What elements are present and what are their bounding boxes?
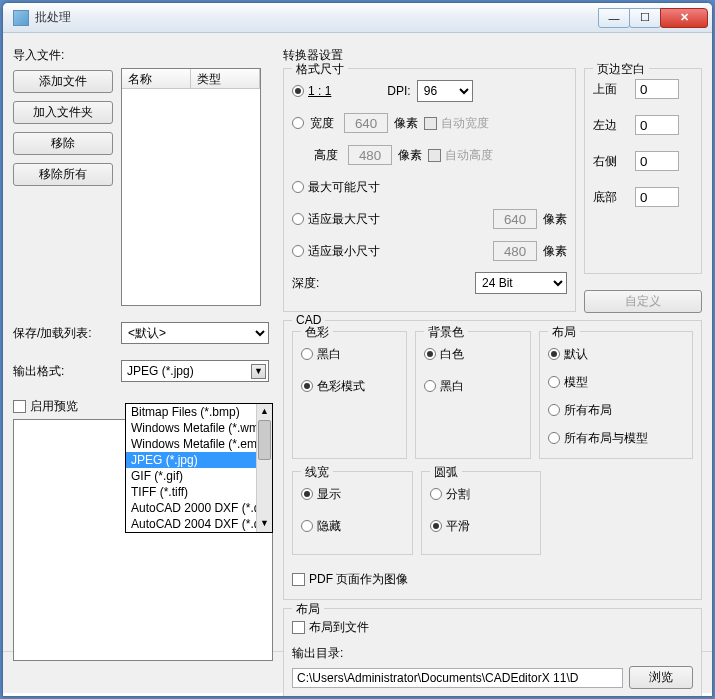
save-list-select[interactable]: <默认> — [121, 322, 269, 344]
format-option[interactable]: TIFF (*.tiff) — [126, 484, 272, 500]
ratio-1-1-radio[interactable]: 1 : 1 — [292, 84, 331, 98]
close-button[interactable]: ✕ — [660, 8, 708, 28]
fit-min-input[interactable] — [493, 241, 537, 261]
layout-all-radio[interactable]: 所有布局 — [548, 402, 612, 419]
output-format-dropdown[interactable]: Bitmap Files (*.bmp)Windows Metafile (*.… — [125, 403, 273, 533]
margin-bottom-input[interactable] — [635, 187, 679, 207]
dpi-label: DPI: — [387, 84, 410, 98]
lw-show-radio[interactable]: 显示 — [301, 486, 341, 503]
fit-max-input[interactable] — [493, 209, 537, 229]
col-type[interactable]: 类型 — [191, 69, 260, 88]
bg-white-radio[interactable]: 白色 — [424, 346, 464, 363]
format-size-title: 格式尺寸 — [292, 61, 348, 78]
layout-all-model-radio[interactable]: 所有布局与模型 — [548, 430, 648, 447]
output-format-combo[interactable]: JPEG (*.jpg) ▼ — [121, 360, 269, 382]
format-option[interactable]: GIF (*.gif) — [126, 468, 272, 484]
arc-smooth-radio[interactable]: 平滑 — [430, 518, 470, 535]
add-folder-button[interactable]: 加入文件夹 — [13, 101, 113, 124]
color-mode-radio[interactable]: 色彩模式 — [301, 378, 365, 395]
file-list[interactable]: 名称 类型 — [121, 68, 261, 306]
import-label: 导入文件: — [13, 47, 273, 64]
minimize-button[interactable]: — — [598, 8, 630, 28]
format-option[interactable]: Windows Metafile (*.wmf) — [126, 420, 272, 436]
format-option[interactable]: Windows Metafile (*.emf) — [126, 436, 272, 452]
auto-width-checkbox: 自动宽度 — [424, 115, 489, 132]
format-option[interactable]: Bitmap Files (*.bmp) — [126, 404, 272, 420]
layout-model-radio[interactable]: 模型 — [548, 374, 588, 391]
custom-button: 自定义 — [584, 290, 702, 313]
auto-height-checkbox: 自动高度 — [428, 147, 493, 164]
fit-min-radio[interactable]: 适应最小尺寸 — [292, 243, 380, 260]
format-option[interactable]: AutoCAD 2000 DXF (*.dxf) — [126, 500, 272, 516]
app-icon — [13, 10, 29, 26]
lw-hide-radio[interactable]: 隐藏 — [301, 518, 341, 535]
save-list-label: 保存/加载列表: — [13, 325, 113, 342]
dim-radio[interactable] — [292, 117, 304, 129]
chevron-down-icon: ▼ — [251, 364, 266, 379]
margins-title: 页边空白 — [593, 61, 649, 78]
depth-select[interactable]: 24 Bit — [475, 272, 567, 294]
output-format-label: 输出格式: — [13, 363, 113, 380]
format-option[interactable]: JPEG (*.jpg) — [126, 452, 272, 468]
layout-default-radio[interactable]: 默认 — [548, 346, 588, 363]
color-bw-radio[interactable]: 黑白 — [301, 346, 341, 363]
margin-right-input[interactable] — [635, 151, 679, 171]
outdir-label: 输出目录: — [292, 645, 693, 662]
remove-all-button[interactable]: 移除所有 — [13, 163, 113, 186]
add-file-button[interactable]: 添加文件 — [13, 70, 113, 93]
fit-max-radio[interactable]: 适应最大尺寸 — [292, 211, 380, 228]
layout-to-file-checkbox[interactable]: 布局到文件 — [292, 619, 369, 636]
height-input[interactable] — [348, 145, 392, 165]
max-possible-radio[interactable]: 最大可能尺寸 — [292, 179, 380, 196]
window-title: 批处理 — [35, 9, 599, 26]
pdf-as-image-checkbox[interactable]: PDF 页面作为图像 — [292, 571, 408, 588]
browse-button[interactable]: 浏览 — [629, 666, 693, 689]
layout-section-title: 布局 — [292, 601, 324, 618]
width-input[interactable] — [344, 113, 388, 133]
bg-black-radio[interactable]: 黑白 — [424, 378, 464, 395]
margin-top-input[interactable] — [635, 79, 679, 99]
enable-preview-checkbox[interactable]: 启用预览 — [13, 398, 78, 415]
dpi-select[interactable]: 96 — [417, 80, 473, 102]
depth-label: 深度: — [292, 275, 319, 292]
maximize-button[interactable]: ☐ — [629, 8, 661, 28]
arc-split-radio[interactable]: 分割 — [430, 486, 470, 503]
margin-left-input[interactable] — [635, 115, 679, 135]
titlebar: 批处理 — ☐ ✕ — [3, 3, 712, 33]
format-option[interactable]: AutoCAD 2004 DXF (*.dxf) — [126, 516, 272, 532]
remove-button[interactable]: 移除 — [13, 132, 113, 155]
col-name[interactable]: 名称 — [122, 69, 191, 88]
outdir-input[interactable] — [292, 668, 623, 688]
